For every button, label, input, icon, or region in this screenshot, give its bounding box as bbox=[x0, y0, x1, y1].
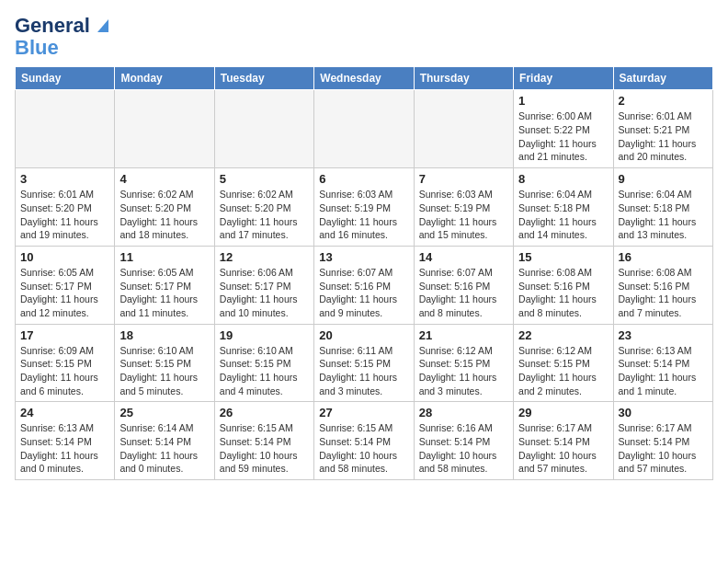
day-info: Sunrise: 6:01 AM Sunset: 5:21 PM Dayligh… bbox=[619, 109, 708, 164]
day-number: 25 bbox=[119, 406, 209, 419]
day-info: Sunrise: 6:12 AM Sunset: 5:15 PM Dayligh… bbox=[518, 344, 608, 398]
weekday-header-sunday: Sunday bbox=[16, 67, 115, 90]
day-number: 22 bbox=[518, 328, 608, 342]
weekday-header-wednesday: Wednesday bbox=[314, 67, 414, 90]
calendar-cell: 17Sunrise: 6:09 AM Sunset: 5:15 PM Dayli… bbox=[16, 324, 115, 402]
calendar-cell: 9Sunrise: 6:04 AM Sunset: 5:18 PM Daylig… bbox=[613, 168, 712, 247]
calendar-cell bbox=[214, 90, 313, 168]
day-number: 27 bbox=[319, 406, 408, 419]
calendar-cell bbox=[314, 90, 414, 168]
page-header: General Blue bbox=[15, 15, 713, 59]
calendar-cell: 16Sunrise: 6:08 AM Sunset: 5:16 PM Dayli… bbox=[613, 246, 712, 324]
calendar-header-row: SundayMondayTuesdayWednesdayThursdayFrid… bbox=[16, 67, 713, 90]
calendar-cell: 25Sunrise: 6:14 AM Sunset: 5:14 PM Dayli… bbox=[115, 402, 214, 480]
day-number: 15 bbox=[518, 250, 608, 264]
calendar-cell: 3Sunrise: 6:01 AM Sunset: 5:20 PM Daylig… bbox=[16, 168, 115, 247]
calendar-body: 1Sunrise: 6:00 AM Sunset: 5:22 PM Daylig… bbox=[16, 90, 713, 480]
day-number: 5 bbox=[220, 172, 309, 186]
day-number: 29 bbox=[518, 406, 608, 419]
calendar-cell: 13Sunrise: 6:07 AM Sunset: 5:16 PM Dayli… bbox=[314, 246, 414, 324]
day-number: 10 bbox=[20, 250, 109, 264]
day-info: Sunrise: 6:02 AM Sunset: 5:20 PM Dayligh… bbox=[119, 188, 209, 242]
logo-blue: Blue bbox=[15, 37, 59, 59]
day-info: Sunrise: 6:03 AM Sunset: 5:19 PM Dayligh… bbox=[419, 188, 508, 242]
day-number: 7 bbox=[419, 172, 508, 186]
day-info: Sunrise: 6:15 AM Sunset: 5:14 PM Dayligh… bbox=[220, 421, 309, 476]
day-info: Sunrise: 6:08 AM Sunset: 5:16 PM Dayligh… bbox=[619, 266, 708, 320]
logo-text: General bbox=[15, 15, 90, 37]
day-info: Sunrise: 6:05 AM Sunset: 5:17 PM Dayligh… bbox=[20, 266, 109, 320]
day-info: Sunrise: 6:12 AM Sunset: 5:15 PM Dayligh… bbox=[419, 344, 508, 398]
day-info: Sunrise: 6:13 AM Sunset: 5:14 PM Dayligh… bbox=[619, 344, 708, 398]
day-number: 19 bbox=[220, 328, 309, 342]
calendar-cell: 5Sunrise: 6:02 AM Sunset: 5:20 PM Daylig… bbox=[214, 168, 313, 247]
day-number: 28 bbox=[419, 406, 508, 419]
calendar-cell bbox=[115, 90, 214, 168]
weekday-header-saturday: Saturday bbox=[613, 67, 712, 90]
calendar-cell: 18Sunrise: 6:10 AM Sunset: 5:15 PM Dayli… bbox=[115, 324, 214, 402]
day-info: Sunrise: 6:14 AM Sunset: 5:14 PM Dayligh… bbox=[119, 421, 209, 476]
calendar-cell bbox=[16, 90, 115, 168]
day-number: 18 bbox=[119, 328, 209, 342]
calendar-cell: 1Sunrise: 6:00 AM Sunset: 5:22 PM Daylig… bbox=[514, 90, 613, 168]
day-number: 4 bbox=[119, 172, 209, 186]
calendar-cell: 7Sunrise: 6:03 AM Sunset: 5:19 PM Daylig… bbox=[414, 168, 513, 247]
day-number: 9 bbox=[619, 172, 708, 186]
day-number: 26 bbox=[220, 406, 309, 419]
day-info: Sunrise: 6:04 AM Sunset: 5:18 PM Dayligh… bbox=[518, 188, 608, 242]
day-info: Sunrise: 6:11 AM Sunset: 5:15 PM Dayligh… bbox=[319, 344, 408, 398]
logo-icon bbox=[92, 16, 112, 36]
calendar-cell: 28Sunrise: 6:16 AM Sunset: 5:14 PM Dayli… bbox=[414, 402, 513, 480]
day-info: Sunrise: 6:17 AM Sunset: 5:14 PM Dayligh… bbox=[518, 421, 608, 476]
day-info: Sunrise: 6:06 AM Sunset: 5:17 PM Dayligh… bbox=[220, 266, 309, 320]
day-number: 6 bbox=[319, 172, 408, 186]
calendar-cell: 6Sunrise: 6:03 AM Sunset: 5:19 PM Daylig… bbox=[314, 168, 414, 247]
day-info: Sunrise: 6:08 AM Sunset: 5:16 PM Dayligh… bbox=[518, 266, 608, 320]
calendar-cell: 14Sunrise: 6:07 AM Sunset: 5:16 PM Dayli… bbox=[414, 246, 513, 324]
day-info: Sunrise: 6:07 AM Sunset: 5:16 PM Dayligh… bbox=[319, 266, 408, 320]
day-info: Sunrise: 6:16 AM Sunset: 5:14 PM Dayligh… bbox=[419, 421, 508, 476]
day-number: 20 bbox=[319, 328, 408, 342]
day-number: 16 bbox=[619, 250, 708, 264]
day-info: Sunrise: 6:01 AM Sunset: 5:20 PM Dayligh… bbox=[20, 188, 109, 242]
day-number: 8 bbox=[518, 172, 608, 186]
calendar-week-2: 3Sunrise: 6:01 AM Sunset: 5:20 PM Daylig… bbox=[16, 168, 713, 247]
day-number: 24 bbox=[20, 406, 109, 419]
calendar-cell: 8Sunrise: 6:04 AM Sunset: 5:18 PM Daylig… bbox=[514, 168, 613, 247]
weekday-header-monday: Monday bbox=[115, 67, 214, 90]
day-info: Sunrise: 6:00 AM Sunset: 5:22 PM Dayligh… bbox=[518, 109, 608, 164]
day-number: 30 bbox=[619, 406, 708, 419]
day-info: Sunrise: 6:03 AM Sunset: 5:19 PM Dayligh… bbox=[319, 188, 408, 242]
calendar-cell: 20Sunrise: 6:11 AM Sunset: 5:15 PM Dayli… bbox=[314, 324, 414, 402]
calendar-cell: 11Sunrise: 6:05 AM Sunset: 5:17 PM Dayli… bbox=[115, 246, 214, 324]
day-number: 23 bbox=[619, 328, 708, 342]
calendar-cell: 30Sunrise: 6:17 AM Sunset: 5:14 PM Dayli… bbox=[613, 402, 712, 480]
calendar-cell: 2Sunrise: 6:01 AM Sunset: 5:21 PM Daylig… bbox=[613, 90, 712, 168]
day-number: 2 bbox=[619, 94, 708, 108]
calendar-cell: 10Sunrise: 6:05 AM Sunset: 5:17 PM Dayli… bbox=[16, 246, 115, 324]
calendar-cell: 24Sunrise: 6:13 AM Sunset: 5:14 PM Dayli… bbox=[16, 402, 115, 480]
day-info: Sunrise: 6:10 AM Sunset: 5:15 PM Dayligh… bbox=[119, 344, 209, 398]
day-info: Sunrise: 6:15 AM Sunset: 5:14 PM Dayligh… bbox=[319, 421, 408, 476]
calendar-week-3: 10Sunrise: 6:05 AM Sunset: 5:17 PM Dayli… bbox=[16, 246, 713, 324]
calendar-cell: 29Sunrise: 6:17 AM Sunset: 5:14 PM Dayli… bbox=[514, 402, 613, 480]
day-number: 14 bbox=[419, 250, 508, 264]
weekday-header-tuesday: Tuesday bbox=[214, 67, 313, 90]
day-info: Sunrise: 6:10 AM Sunset: 5:15 PM Dayligh… bbox=[220, 344, 309, 398]
day-info: Sunrise: 6:04 AM Sunset: 5:18 PM Dayligh… bbox=[619, 188, 708, 242]
calendar-cell: 15Sunrise: 6:08 AM Sunset: 5:16 PM Dayli… bbox=[514, 246, 613, 324]
calendar-cell: 22Sunrise: 6:12 AM Sunset: 5:15 PM Dayli… bbox=[514, 324, 613, 402]
logo: General Blue bbox=[15, 15, 112, 59]
weekday-header-thursday: Thursday bbox=[414, 67, 513, 90]
day-info: Sunrise: 6:13 AM Sunset: 5:14 PM Dayligh… bbox=[20, 421, 109, 476]
day-number: 13 bbox=[319, 250, 408, 264]
day-info: Sunrise: 6:05 AM Sunset: 5:17 PM Dayligh… bbox=[119, 266, 209, 320]
calendar-week-1: 1Sunrise: 6:00 AM Sunset: 5:22 PM Daylig… bbox=[16, 90, 713, 168]
calendar-cell: 12Sunrise: 6:06 AM Sunset: 5:17 PM Dayli… bbox=[214, 246, 313, 324]
day-number: 11 bbox=[119, 250, 209, 264]
day-number: 17 bbox=[20, 328, 109, 342]
day-number: 21 bbox=[419, 328, 508, 342]
day-info: Sunrise: 6:02 AM Sunset: 5:20 PM Dayligh… bbox=[220, 188, 309, 242]
calendar-cell: 26Sunrise: 6:15 AM Sunset: 5:14 PM Dayli… bbox=[214, 402, 313, 480]
day-number: 3 bbox=[20, 172, 109, 186]
